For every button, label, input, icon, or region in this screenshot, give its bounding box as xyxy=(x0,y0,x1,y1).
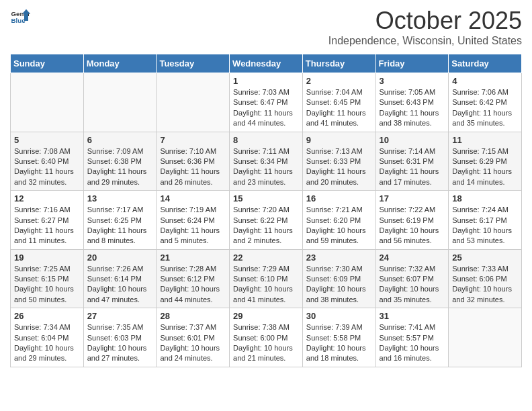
calendar-cell xyxy=(449,308,522,367)
day-info: Sunrise: 7:32 AM Sunset: 6:07 PM Dayligh… xyxy=(380,264,445,306)
calendar-week-row: 19Sunrise: 7:25 AM Sunset: 6:15 PM Dayli… xyxy=(11,249,522,308)
calendar-cell: 7Sunrise: 7:10 AM Sunset: 6:36 PM Daylig… xyxy=(157,132,230,191)
day-header-friday: Friday xyxy=(375,54,449,73)
day-info: Sunrise: 7:09 AM Sunset: 6:38 PM Dayligh… xyxy=(87,146,153,188)
location: Independence, Wisconsin, United States xyxy=(328,35,522,47)
day-header-sunday: Sunday xyxy=(11,54,84,73)
day-info: Sunrise: 7:30 AM Sunset: 6:09 PM Dayligh… xyxy=(306,264,372,306)
day-number: 29 xyxy=(233,311,299,321)
day-number: 7 xyxy=(160,135,226,145)
day-info: Sunrise: 7:28 AM Sunset: 6:12 PM Dayligh… xyxy=(160,264,226,306)
calendar-cell: 27Sunrise: 7:35 AM Sunset: 6:03 PM Dayli… xyxy=(83,308,157,367)
day-number: 8 xyxy=(233,135,299,145)
day-info: Sunrise: 7:35 AM Sunset: 6:03 PM Dayligh… xyxy=(87,322,153,364)
day-info: Sunrise: 7:04 AM Sunset: 6:45 PM Dayligh… xyxy=(306,87,372,129)
day-number: 16 xyxy=(306,193,372,203)
day-info: Sunrise: 7:15 AM Sunset: 6:29 PM Dayligh… xyxy=(452,146,518,188)
day-number: 26 xyxy=(14,311,80,321)
day-info: Sunrise: 7:14 AM Sunset: 6:31 PM Dayligh… xyxy=(380,146,445,188)
day-number: 30 xyxy=(306,311,372,321)
calendar-cell: 10Sunrise: 7:14 AM Sunset: 6:31 PM Dayli… xyxy=(375,132,449,191)
calendar-week-row: 5Sunrise: 7:08 AM Sunset: 6:40 PM Daylig… xyxy=(11,132,522,191)
day-number: 14 xyxy=(160,193,226,203)
calendar-cell: 1Sunrise: 7:03 AM Sunset: 6:47 PM Daylig… xyxy=(230,73,303,132)
day-info: Sunrise: 7:34 AM Sunset: 6:04 PM Dayligh… xyxy=(14,322,80,364)
day-number: 17 xyxy=(380,193,445,203)
day-number: 3 xyxy=(380,76,445,86)
day-number: 19 xyxy=(14,253,80,263)
calendar-cell: 12Sunrise: 7:16 AM Sunset: 6:27 PM Dayli… xyxy=(11,191,84,250)
calendar-cell: 29Sunrise: 7:38 AM Sunset: 6:00 PM Dayli… xyxy=(230,308,303,367)
day-info: Sunrise: 7:29 AM Sunset: 6:10 PM Dayligh… xyxy=(233,264,299,306)
day-header-saturday: Saturday xyxy=(449,54,522,73)
calendar-cell: 2Sunrise: 7:04 AM Sunset: 6:45 PM Daylig… xyxy=(302,73,375,132)
calendar-cell: 28Sunrise: 7:37 AM Sunset: 6:01 PM Dayli… xyxy=(157,308,230,367)
day-info: Sunrise: 7:37 AM Sunset: 6:01 PM Dayligh… xyxy=(160,322,226,364)
svg-text:Blue: Blue xyxy=(11,17,26,24)
day-number: 13 xyxy=(87,193,153,203)
day-header-wednesday: Wednesday xyxy=(230,54,303,73)
calendar-cell: 14Sunrise: 7:19 AM Sunset: 6:24 PM Dayli… xyxy=(157,191,230,250)
title-block: October 2025 Independence, Wisconsin, Un… xyxy=(328,7,522,47)
day-number: 20 xyxy=(87,253,153,263)
calendar-cell: 31Sunrise: 7:41 AM Sunset: 5:57 PM Dayli… xyxy=(375,308,449,367)
day-number: 27 xyxy=(87,311,153,321)
day-info: Sunrise: 7:38 AM Sunset: 6:00 PM Dayligh… xyxy=(233,322,299,364)
day-info: Sunrise: 7:16 AM Sunset: 6:27 PM Dayligh… xyxy=(14,205,80,246)
day-number: 23 xyxy=(306,253,372,263)
day-number: 10 xyxy=(380,135,445,145)
calendar-cell: 15Sunrise: 7:20 AM Sunset: 6:22 PM Dayli… xyxy=(230,191,303,250)
month-title: October 2025 xyxy=(328,7,522,35)
day-number: 6 xyxy=(87,135,153,145)
calendar-cell xyxy=(11,73,84,132)
day-info: Sunrise: 7:19 AM Sunset: 6:24 PM Dayligh… xyxy=(160,205,226,246)
calendar-cell: 18Sunrise: 7:24 AM Sunset: 6:17 PM Dayli… xyxy=(449,191,522,250)
day-number: 28 xyxy=(160,311,226,321)
day-info: Sunrise: 7:39 AM Sunset: 5:58 PM Dayligh… xyxy=(306,322,372,364)
day-number: 15 xyxy=(233,193,299,203)
calendar-cell: 16Sunrise: 7:21 AM Sunset: 6:20 PM Dayli… xyxy=(302,191,375,250)
calendar-week-row: 26Sunrise: 7:34 AM Sunset: 6:04 PM Dayli… xyxy=(11,308,522,367)
calendar-cell: 5Sunrise: 7:08 AM Sunset: 6:40 PM Daylig… xyxy=(11,132,84,191)
day-info: Sunrise: 7:33 AM Sunset: 6:06 PM Dayligh… xyxy=(452,264,518,306)
day-info: Sunrise: 7:11 AM Sunset: 6:34 PM Dayligh… xyxy=(233,146,299,188)
day-number: 12 xyxy=(14,193,80,203)
calendar-cell: 21Sunrise: 7:28 AM Sunset: 6:12 PM Dayli… xyxy=(157,249,230,308)
calendar-cell xyxy=(83,73,157,132)
calendar-cell: 9Sunrise: 7:13 AM Sunset: 6:33 PM Daylig… xyxy=(302,132,375,191)
day-number: 5 xyxy=(14,135,80,145)
day-info: Sunrise: 7:41 AM Sunset: 5:57 PM Dayligh… xyxy=(380,322,445,364)
calendar-cell: 25Sunrise: 7:33 AM Sunset: 6:06 PM Dayli… xyxy=(449,249,522,308)
day-number: 31 xyxy=(380,311,445,321)
day-info: Sunrise: 7:17 AM Sunset: 6:25 PM Dayligh… xyxy=(87,205,153,246)
logo-icon: General Blue xyxy=(10,7,30,27)
calendar-cell: 13Sunrise: 7:17 AM Sunset: 6:25 PM Dayli… xyxy=(83,191,157,250)
calendar-cell xyxy=(157,73,230,132)
day-number: 21 xyxy=(160,253,226,263)
day-info: Sunrise: 7:20 AM Sunset: 6:22 PM Dayligh… xyxy=(233,205,299,246)
day-info: Sunrise: 7:22 AM Sunset: 6:19 PM Dayligh… xyxy=(380,205,445,246)
calendar-cell: 19Sunrise: 7:25 AM Sunset: 6:15 PM Dayli… xyxy=(11,249,84,308)
day-info: Sunrise: 7:25 AM Sunset: 6:15 PM Dayligh… xyxy=(14,264,80,306)
day-number: 24 xyxy=(380,253,445,263)
day-info: Sunrise: 7:10 AM Sunset: 6:36 PM Dayligh… xyxy=(160,146,226,188)
calendar-cell: 23Sunrise: 7:30 AM Sunset: 6:09 PM Dayli… xyxy=(302,249,375,308)
calendar-cell: 26Sunrise: 7:34 AM Sunset: 6:04 PM Dayli… xyxy=(11,308,84,367)
day-info: Sunrise: 7:13 AM Sunset: 6:33 PM Dayligh… xyxy=(306,146,372,188)
day-info: Sunrise: 7:03 AM Sunset: 6:47 PM Dayligh… xyxy=(233,87,299,129)
day-info: Sunrise: 7:26 AM Sunset: 6:14 PM Dayligh… xyxy=(87,264,153,306)
calendar-cell: 4Sunrise: 7:06 AM Sunset: 6:42 PM Daylig… xyxy=(449,73,522,132)
calendar-cell: 22Sunrise: 7:29 AM Sunset: 6:10 PM Dayli… xyxy=(230,249,303,308)
day-number: 1 xyxy=(233,76,299,86)
day-info: Sunrise: 7:05 AM Sunset: 6:43 PM Dayligh… xyxy=(380,87,445,129)
day-header-thursday: Thursday xyxy=(302,54,375,73)
day-number: 11 xyxy=(452,135,518,145)
calendar-cell: 3Sunrise: 7:05 AM Sunset: 6:43 PM Daylig… xyxy=(375,73,449,132)
calendar-cell: 24Sunrise: 7:32 AM Sunset: 6:07 PM Dayli… xyxy=(375,249,449,308)
calendar-cell: 17Sunrise: 7:22 AM Sunset: 6:19 PM Dayli… xyxy=(375,191,449,250)
day-info: Sunrise: 7:06 AM Sunset: 6:42 PM Dayligh… xyxy=(452,87,518,129)
day-header-tuesday: Tuesday xyxy=(157,54,230,73)
day-number: 22 xyxy=(233,253,299,263)
calendar-cell: 11Sunrise: 7:15 AM Sunset: 6:29 PM Dayli… xyxy=(449,132,522,191)
calendar-header-row: SundayMondayTuesdayWednesdayThursdayFrid… xyxy=(11,54,522,73)
